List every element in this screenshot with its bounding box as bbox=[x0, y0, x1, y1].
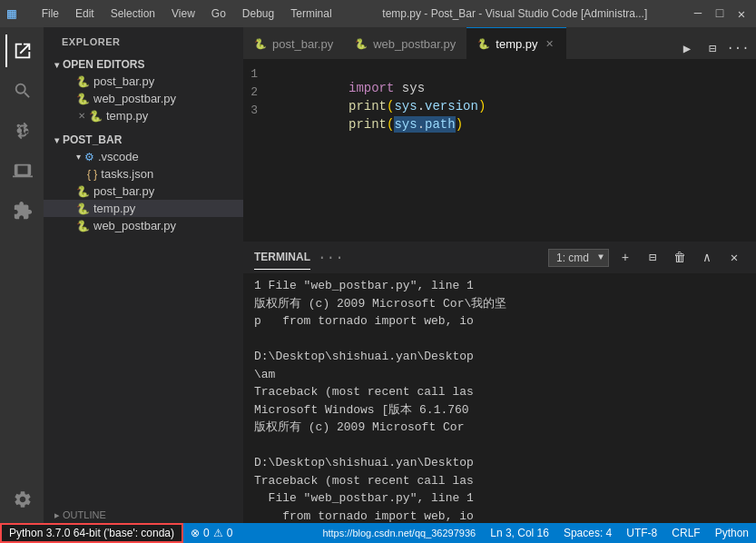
code-line-2: 2 print(sys.version) bbox=[243, 84, 756, 103]
run-file-button[interactable]: ▶ bbox=[676, 37, 698, 59]
tree-file-post-bar[interactable]: 🐍 post_bar.py bbox=[44, 183, 243, 200]
tab-close-icon[interactable]: ✕ bbox=[544, 37, 555, 51]
terminal-line: Traceback (most recent call las bbox=[254, 472, 745, 490]
open-file-temp[interactable]: ✕ 🐍 temp.py bbox=[44, 107, 243, 124]
close-file-icon[interactable]: ✕ bbox=[78, 111, 85, 121]
open-file-name: post_bar.py bbox=[93, 74, 154, 88]
close-panel-button[interactable]: ✕ bbox=[723, 247, 745, 269]
ln-col-label: Ln 3, Col 16 bbox=[490, 527, 549, 539]
file-name: post_bar.py bbox=[93, 184, 154, 198]
errors-status[interactable]: ⊗ 0 ⚠ 0 bbox=[183, 523, 240, 543]
outline-header[interactable]: ▸ OUTLINE bbox=[44, 508, 243, 523]
python-file-icon: 🐍 bbox=[89, 110, 103, 123]
python-env-status[interactable]: Python 3.7.0 64-bit ('base': conda) bbox=[0, 523, 183, 543]
split-editor-button[interactable]: ⊟ bbox=[702, 37, 723, 59]
code-editor: 1 import sys 2 print(sys.version) 3 prin… bbox=[243, 59, 756, 242]
terminal-line: D:\Desktop\shishuai.yan\Desktop bbox=[254, 454, 745, 472]
menu-go[interactable]: Go bbox=[204, 5, 233, 22]
open-editors-label: OPEN EDITORS bbox=[63, 58, 144, 71]
run-debug-icon[interactable] bbox=[5, 154, 38, 187]
maximize-button[interactable]: □ bbox=[712, 6, 727, 21]
menu-bar: File Edit Selection View Go Debug Termin… bbox=[34, 5, 339, 22]
terminal-line: Traceback (most recent call las bbox=[254, 383, 745, 401]
terminal-more-icon[interactable]: ··· bbox=[318, 250, 344, 266]
warnings-icon: ⚠ bbox=[213, 527, 223, 539]
folder-chevron-icon: ▾ bbox=[76, 152, 81, 162]
settings-icon[interactable] bbox=[5, 483, 38, 516]
post-bar-section: ▾ POST_BAR ▾ ⚙ .vscode { } tasks.json 🐍 … bbox=[44, 128, 243, 238]
menu-selection[interactable]: Selection bbox=[103, 5, 162, 22]
terminal-line bbox=[254, 331, 745, 349]
tab-post-bar[interactable]: 🐍 post_bar.py bbox=[243, 27, 344, 59]
tab-temp[interactable]: 🐍 temp.py ✕ bbox=[466, 27, 565, 59]
line-content[interactable]: print(sys.path) bbox=[272, 103, 463, 146]
terminal-line: 版权所有 (c) 2009 Microsoft Cor bbox=[254, 419, 745, 437]
open-editors-header[interactable]: ▾ OPEN EDITORS bbox=[44, 56, 243, 73]
open-file-name: web_postbar.py bbox=[93, 92, 176, 105]
encoding-status[interactable]: UTF-8 bbox=[619, 523, 664, 543]
terminal-select-wrapper: 1: cmd ▼ bbox=[548, 249, 609, 267]
post-bar-header[interactable]: ▾ POST_BAR bbox=[44, 132, 243, 148]
terminal-panel: TERMINAL ··· 1: cmd ▼ + ⊟ 🗑 ∧ ✕ bbox=[243, 242, 756, 523]
spaces-label: Spaces: 4 bbox=[564, 527, 612, 539]
tab-web-postbar[interactable]: 🐍 web_postbar.py bbox=[344, 27, 466, 59]
line-number: 2 bbox=[243, 85, 272, 99]
post-bar-tree: ▾ ⚙ .vscode { } tasks.json 🐍 post_bar.py… bbox=[44, 148, 243, 234]
terminal-tab[interactable]: TERMINAL bbox=[254, 245, 310, 270]
csdn-link[interactable]: https://blog.csdn.net/qq_36297936 bbox=[315, 528, 483, 538]
open-file-web-postbar[interactable]: 🐍 web_postbar.py bbox=[44, 90, 243, 107]
menu-file[interactable]: File bbox=[34, 5, 66, 22]
delete-terminal-button[interactable]: 🗑 bbox=[669, 247, 691, 269]
extensions-icon[interactable] bbox=[5, 194, 38, 227]
add-terminal-button[interactable]: + bbox=[614, 247, 636, 269]
menu-debug[interactable]: Debug bbox=[235, 5, 281, 22]
terminal-line: p from tornado import web, io bbox=[254, 312, 745, 331]
terminal-line: Microsoft Windows [版本 6.1.760 bbox=[254, 401, 745, 420]
menu-terminal[interactable]: Terminal bbox=[283, 5, 339, 22]
tree-file-temp[interactable]: 🐍 temp.py bbox=[44, 200, 243, 217]
tree-file-web-postbar[interactable]: 🐍 web_postbar.py bbox=[44, 217, 243, 234]
status-bar: Python 3.7.0 64-bit ('base': conda) ⊗ 0 … bbox=[0, 523, 756, 543]
python-file-icon: 🐍 bbox=[76, 93, 90, 105]
paren: ) bbox=[456, 117, 463, 132]
python-file-icon: 🐍 bbox=[76, 202, 90, 215]
terminal-select[interactable]: 1: cmd bbox=[548, 249, 609, 267]
open-file-post-bar[interactable]: 🐍 post_bar.py bbox=[44, 73, 243, 90]
terminal-line: File "web_postbar.py", line 1 bbox=[254, 489, 745, 508]
menu-edit[interactable]: Edit bbox=[68, 5, 102, 22]
explorer-icon[interactable] bbox=[5, 35, 38, 67]
titlebar: ▦ File Edit Selection View Go Debug Term… bbox=[0, 0, 756, 27]
split-terminal-button[interactable]: ⊟ bbox=[642, 247, 663, 269]
status-right: https://blog.csdn.net/qq_36297936 Ln 3, … bbox=[315, 523, 756, 543]
search-icon[interactable] bbox=[5, 74, 38, 107]
tab-actions: ▶ ⊟ ··· bbox=[676, 37, 756, 59]
more-actions-button[interactable]: ··· bbox=[727, 37, 749, 59]
menu-view[interactable]: View bbox=[164, 5, 202, 22]
paren: ) bbox=[478, 99, 486, 114]
vscode-folder-icon: ⚙ bbox=[84, 151, 94, 163]
language-label: Python bbox=[715, 527, 749, 539]
dot: . bbox=[417, 117, 425, 132]
line-number: 3 bbox=[243, 104, 272, 117]
terminal-line: D:\Desktop\shishuai.yan\Desktop bbox=[254, 348, 745, 366]
spaces-status[interactable]: Spaces: 4 bbox=[556, 523, 619, 543]
ln-col-status[interactable]: Ln 3, Col 16 bbox=[483, 523, 556, 543]
line-ending-status[interactable]: CRLF bbox=[664, 523, 707, 543]
warnings-count: 0 bbox=[227, 527, 233, 539]
terminal-header: TERMINAL ··· 1: cmd ▼ + ⊟ 🗑 ∧ ✕ bbox=[243, 242, 756, 273]
language-status[interactable]: Python bbox=[708, 523, 756, 543]
file-name: temp.py bbox=[93, 202, 135, 215]
activity-bar bbox=[0, 27, 44, 523]
variable: sys bbox=[394, 117, 417, 132]
terminal-line bbox=[254, 437, 745, 455]
python-env-label: Python 3.7.0 64-bit ('base': conda) bbox=[9, 527, 174, 539]
maximize-panel-button[interactable]: ∧ bbox=[696, 247, 718, 269]
tree-file-tasks-json[interactable]: { } tasks.json bbox=[44, 165, 243, 183]
tree-folder-vscode[interactable]: ▾ ⚙ .vscode bbox=[44, 148, 243, 165]
minimize-button[interactable]: ─ bbox=[691, 6, 705, 21]
close-button[interactable]: ✕ bbox=[734, 6, 749, 21]
json-file-icon: { } bbox=[87, 168, 97, 181]
sidebar: EXPLORER ▾ OPEN EDITORS 🐍 post_bar.py 🐍 … bbox=[44, 27, 243, 523]
source-control-icon[interactable] bbox=[5, 114, 38, 147]
function-name: print bbox=[349, 117, 387, 132]
